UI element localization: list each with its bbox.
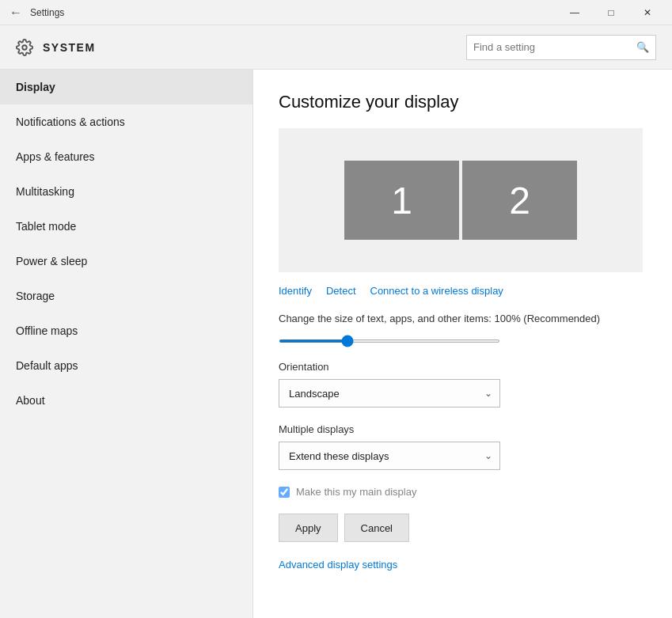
monitor-1[interactable]: 1 bbox=[344, 161, 459, 240]
gear-icon bbox=[16, 39, 33, 56]
sidebar-item-about[interactable]: About bbox=[0, 383, 252, 418]
search-box[interactable]: 🔍 bbox=[466, 35, 656, 60]
detect-link[interactable]: Detect bbox=[326, 285, 356, 297]
main-display-checkbox[interactable] bbox=[279, 487, 290, 498]
cancel-button[interactable]: Cancel bbox=[344, 514, 409, 542]
orientation-label: Orientation bbox=[279, 361, 647, 373]
app-header: SYSTEM 🔍 bbox=[0, 25, 672, 70]
orientation-select[interactable]: Landscape Portrait Landscape (flipped) P… bbox=[279, 379, 500, 408]
monitor-2-label: 2 bbox=[509, 179, 530, 222]
titlebar: ← Settings — □ ✕ bbox=[0, 0, 672, 25]
monitor-2[interactable]: 2 bbox=[462, 161, 577, 240]
maximize-button[interactable]: □ bbox=[593, 0, 629, 25]
multiple-displays-label: Multiple displays bbox=[279, 423, 647, 435]
monitor-1-label: 1 bbox=[391, 179, 412, 222]
sidebar-item-display[interactable]: Display bbox=[0, 70, 252, 104]
sidebar-item-tablet[interactable]: Tablet mode bbox=[0, 209, 252, 244]
action-buttons: Apply Cancel bbox=[279, 514, 647, 542]
back-button[interactable]: ← bbox=[9, 6, 22, 20]
titlebar-title: Settings bbox=[30, 7, 64, 18]
main-content: Customize your display 1 2 Identify Dete… bbox=[253, 70, 672, 618]
multiple-displays-select-wrapper: Extend these displays Duplicate these di… bbox=[279, 442, 500, 470]
identify-link[interactable]: Identify bbox=[279, 285, 312, 297]
titlebar-controls: — □ ✕ bbox=[556, 0, 666, 25]
search-input[interactable] bbox=[467, 41, 630, 53]
connect-link[interactable]: Connect to a wireless display bbox=[370, 285, 503, 297]
close-button[interactable]: ✕ bbox=[629, 0, 666, 25]
multiple-displays-select[interactable]: Extend these displays Duplicate these di… bbox=[279, 442, 500, 470]
app-title: SYSTEM bbox=[43, 41, 96, 54]
scale-label: Change the size of text, apps, and other… bbox=[279, 313, 647, 324]
apply-button[interactable]: Apply bbox=[279, 514, 338, 542]
sidebar-item-power[interactable]: Power & sleep bbox=[0, 244, 252, 279]
scale-section: Change the size of text, apps, and other… bbox=[279, 313, 647, 345]
sidebar-item-default-apps[interactable]: Default apps bbox=[0, 348, 252, 383]
advanced-display-settings-link[interactable]: Advanced display settings bbox=[279, 559, 397, 571]
sidebar: Display Notifications & actions Apps & f… bbox=[0, 70, 253, 618]
sidebar-item-multitasking[interactable]: Multitasking bbox=[0, 174, 252, 209]
links-row: Identify Detect Connect to a wireless di… bbox=[279, 285, 647, 297]
app-header-left: SYSTEM bbox=[16, 39, 96, 56]
main-display-checkbox-label: Make this my main display bbox=[296, 486, 416, 498]
sidebar-item-storage[interactable]: Storage bbox=[0, 279, 252, 313]
search-icon: 🔍 bbox=[630, 41, 655, 53]
svg-point-0 bbox=[22, 45, 27, 50]
minimize-button[interactable]: — bbox=[556, 0, 593, 25]
scale-slider[interactable] bbox=[279, 339, 500, 343]
page-title: Customize your display bbox=[279, 92, 647, 112]
sidebar-item-offline-maps[interactable]: Offline maps bbox=[0, 313, 252, 348]
sidebar-item-notifications[interactable]: Notifications & actions bbox=[0, 104, 252, 139]
main-display-checkbox-row: Make this my main display bbox=[279, 486, 647, 498]
sidebar-item-apps[interactable]: Apps & features bbox=[0, 139, 252, 174]
layout: Display Notifications & actions Apps & f… bbox=[0, 70, 672, 618]
titlebar-left: ← Settings bbox=[9, 6, 64, 20]
orientation-select-wrapper: Landscape Portrait Landscape (flipped) P… bbox=[279, 379, 500, 408]
display-preview: 1 2 bbox=[279, 128, 643, 272]
